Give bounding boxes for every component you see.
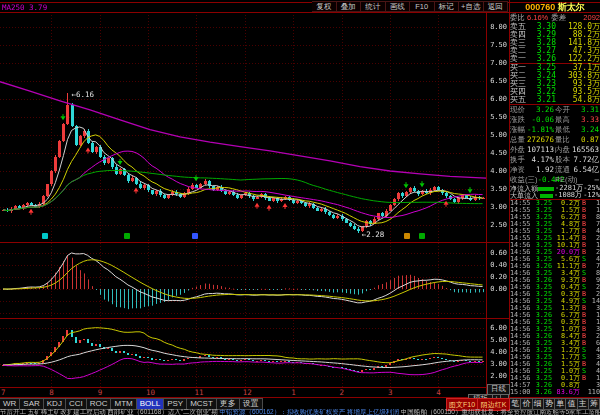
boll-axis-tick: 2.00 [486,372,507,380]
info-value: 107113 [525,145,555,155]
low-price-label: ←2.28 [362,230,385,239]
info-label: 最高 [555,115,570,125]
month-label: 9 [98,388,103,397]
month-label: 12 [243,388,252,397]
menu-item-F10[interactable]: F10 [410,1,435,12]
info-row: 换手4.17%股本7.72亿 [510,155,600,165]
info-label: 现价 [510,105,525,115]
info-cell: 现价3.26 [510,105,555,115]
month-label: 4 [436,388,441,397]
high-price-label: ←6.16 [71,90,94,99]
event-marker [42,233,48,239]
flow-bar [540,194,553,198]
ask-row-price: 3.26 [530,55,556,63]
order-ratio-row: 委比 6.16% 委差 2092 [510,13,600,22]
stock-code: 000760 [525,2,555,12]
sub1-sub2-divider [0,318,509,319]
info-cell: 净资1.92 [510,165,555,175]
main-axis-tick: 7.00 [486,59,507,67]
info-label: 涨幅 [510,125,525,135]
macd-indicator-chart[interactable] [0,243,508,318]
event-marker [419,233,425,239]
info-value: 3.31 [570,105,600,115]
info-value: 3.33 [570,115,600,125]
menu-item-画线[interactable]: 画线 [386,1,411,12]
info-row: 总量272676量比0.87 [510,135,600,145]
main-axis-tick: 4.50 [486,149,507,157]
top-menu-bar: 复权叠加统计画线F10标记+自选返回 [312,1,508,12]
panel-tab-势[interactable]: 势 [544,398,555,410]
menu-item-返回[interactable]: 返回 [484,1,509,12]
stock-app-window: MA250 3.79 复权叠加统计画线F10标记+自选返回 8.007.507.… [0,0,600,415]
ticker-segment: 节后开工 五矿稀土矿改扩建工程启动 西部矿业（601168）迈入“二次创业”期 [0,409,219,415]
tick-time: 15:00 [510,389,532,396]
main-axis-tick: 6.00 [486,95,507,103]
main-axis-tick: 3.00 [486,203,507,211]
event-marker [192,233,198,239]
flow-pct: -12% [582,192,600,199]
info-label: 内盘 [555,145,570,155]
info-label: 量比 [555,135,570,145]
tick-flag [580,382,588,389]
info-cell: 流通6.54亿 [555,165,600,175]
info-cell: 涨跌-0.06 [510,115,555,125]
panel-tab-价[interactable]: 价 [521,398,532,410]
month-label: 7 [1,388,6,397]
info-cell: 总量272676 [510,135,555,145]
weibi-label: 委比 [510,13,525,22]
boll-axis-tick: 4.00 [486,348,507,356]
month-label: 11 [194,388,203,397]
flow-row: 大单流入-1088万-12% [510,192,600,199]
info-cell: 股本7.72亿 [555,155,600,165]
info-label: 净资 [510,165,525,175]
ask-row-vol: 122.2万 [556,55,600,63]
panel-tab-值[interactable]: 值 [566,398,577,410]
menu-item-叠加[interactable]: 叠加 [337,1,362,12]
info-label: 涨跌 [510,115,525,125]
boll-indicator-chart[interactable] [0,320,508,387]
tick-flag: B [580,375,588,382]
flow-label: 大单流入 [510,192,540,199]
weicha-value: 2092 [566,13,600,22]
info-row: 涨幅-1.81%最低3.24 [510,125,600,135]
weicha-label: 委差 [551,13,566,22]
info-label: 收益(三) [510,175,538,185]
menu-item-标记[interactable]: 标记 [435,1,460,12]
main-candlestick-chart[interactable] [0,12,508,242]
panel-tab-主[interactable]: 主 [578,398,589,410]
tick-count: 110 [588,389,600,396]
menu-item-统计[interactable]: 统计 [361,1,386,12]
weibi-value: 6.16% [527,13,548,22]
boll-axis-tick: 5.00 [486,336,507,344]
event-marker [124,233,130,239]
ask-row[interactable]: 卖一3.26122.2万 [510,55,600,63]
main-axis-tick: 3.50 [486,185,507,193]
bid-row[interactable]: 买五3.2154.8万 [510,96,600,104]
info-cell: 换手4.17% [510,155,555,165]
info-value: 272676 [525,135,555,145]
info-value: 0.87 [570,135,600,145]
panel-tab-细[interactable]: 细 [533,398,544,410]
month-label: 10 [146,388,155,397]
flow-value: -1088万 [554,192,582,199]
month-label: 2 [340,388,345,397]
info-value: 4.17% [525,155,555,165]
menu-item-复权[interactable]: 复权 [312,1,337,12]
main-axis-tick: 5.50 [486,113,507,121]
panel-tab-单[interactable]: 单 [555,398,566,410]
info-cell: 内盘165563 [555,145,600,155]
macd-axis-tick: 0.00 [486,285,507,293]
info-label: 今开 [555,105,570,115]
panel-tab-筹[interactable]: 筹 [589,398,600,410]
macd-axis-tick: 0.60 [486,249,507,257]
menu-item-+自选[interactable]: +自选 [459,1,484,12]
boll-axis-tick: 6.00 [486,324,507,332]
stock-name: 斯太尔 [558,2,585,12]
info-cell: 最高3.33 [555,115,600,125]
quote-panel-tabs: 笔价细势单值主筹 [510,398,600,410]
info-value: 6.54亿 [570,165,600,175]
info-cell: 收益(三)-0.442 [510,175,555,185]
tick-volume: 83.6万 [552,389,580,396]
panel-tab-笔[interactable]: 笔 [510,398,521,410]
ma250-value-label: MA250 3.79 [2,3,47,12]
